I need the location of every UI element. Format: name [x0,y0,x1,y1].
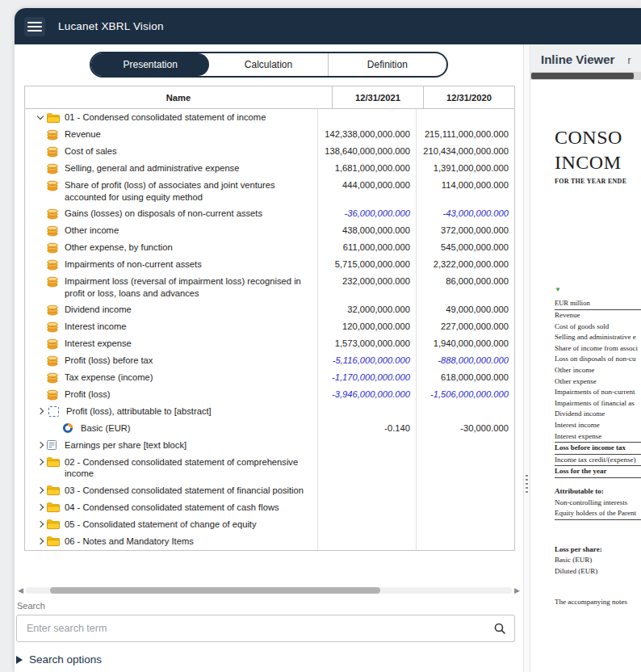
monetary-coins-icon [46,338,61,350]
scrollbar-thumb[interactable] [50,587,380,594]
monetary-coins-icon [46,208,61,220]
column-header-2020: 12/31/2020 [423,86,514,108]
table-row[interactable]: Revenue 142,338,000,000.000 215,111,000,… [25,126,514,143]
statement-line: Loss before income tax [555,443,641,455]
statement-line: Loss for the year [555,466,641,478]
value-2021: 32,000,000.000 [317,301,416,318]
document-title-line2: INCOM [555,150,641,175]
value-2021: 142,338,000,000.000 [317,126,416,143]
chevron-icon[interactable] [35,485,46,496]
statement-line: Non-controlling interests [555,498,641,509]
tab-definition[interactable]: Definition [328,53,446,76]
value-2021 [317,482,416,499]
row-label: Interest income [65,321,314,333]
table-row[interactable]: 02 - Condensed consolidated statement of… [25,454,514,482]
monetary-coins-icon [46,179,61,191]
chevron-icon[interactable] [35,536,46,547]
statement-line: Share of income from associ [555,343,641,355]
statement-line: Loss on disposals of non-cu [555,354,641,365]
value-2020: 114,000,000.000 [416,177,514,205]
value-2020: 2,322,000,000.000 [416,256,514,273]
table-row[interactable]: Earnings per share [text block] [25,437,514,454]
table-row[interactable]: Share of profit (loss) of associates and… [25,177,514,205]
row-label: Impairments of non-current assets [65,258,314,271]
scroll-right-icon[interactable]: ▶ [514,587,520,594]
value-2020: -30,000.000 [416,420,514,437]
table-row[interactable]: 06 - Notes and Mandatory Items [25,533,514,550]
table-row[interactable]: Profit (loss) -3,946,000,000.000 -1,506,… [25,386,514,403]
value-2020 [416,533,514,550]
value-2020 [416,499,514,516]
monetary-coins-icon [46,258,61,271]
table-row[interactable]: Selling, general and administrative expe… [25,160,514,177]
chevron-icon[interactable] [35,405,46,417]
inline-viewer-title: Inline Viewer [541,52,614,66]
row-label: Gains (losses) on disposals of non-curre… [65,208,314,220]
scrollbar-track[interactable] [26,587,512,594]
value-2020: 545,000,000.000 [416,239,514,256]
value-2021: 138,640,000,000.000 [317,143,416,160]
table-row[interactable]: Basic (EUR) -0.140 -30,000.000 [25,420,514,437]
table-row[interactable]: Cost of sales 138,640,000,000.000 210,43… [25,143,514,160]
table-row[interactable]: 01 - Condensed consolidated statement of… [25,109,514,126]
inline-viewer-partial-text: r [627,55,631,66]
chevron-icon[interactable] [35,456,46,468]
table-row[interactable]: Other expense, by function 611,000,000.0… [25,239,514,256]
table-row[interactable]: Other income 438,000,000.000 372,000,000… [25,222,514,239]
row-label: 03 - Condensed consolidated statement of… [65,485,314,497]
table-row[interactable]: Profit (loss), attributable to [abstract… [25,403,514,420]
table-row[interactable]: Profit (loss) before tax -5,116,000,000.… [25,352,514,369]
circular-chart-icon [62,422,77,435]
presentation-pane: Presentation Calculation Definition Name… [15,44,523,672]
row-label: Tax expense (income) [65,372,314,384]
table-header-row: Name 12/31/2021 12/31/2020 [25,86,514,109]
tab-presentation[interactable]: Presentation [91,53,209,76]
monetary-coins-icon [46,145,61,158]
table-row[interactable]: Impairments of non-current assets 5,715,… [25,256,514,273]
table-row[interactable]: Tax expense (income) -1,170,000,000.000 … [25,369,514,386]
table-row[interactable]: Interest expense 1,573,000,000.000 1,940… [25,335,514,352]
splitter-handle-icon[interactable] [526,475,528,493]
table-row[interactable]: 05 - Consolidated statement of change of… [25,516,514,533]
value-2020: 372,000,000.000 [416,222,514,239]
tab-calculation[interactable]: Calculation [209,53,327,76]
statement-line: Equity holders of the Parent [555,508,641,520]
value-2020 [416,482,514,499]
hamburger-menu-icon[interactable] [24,17,45,36]
monetary-coins-icon [46,355,61,367]
chevron-icon[interactable] [35,519,46,530]
row-label: Profit (loss) before tax [65,355,314,367]
search-options-toggle[interactable]: Search options [16,653,515,666]
value-2021 [317,403,416,420]
search-box [16,615,515,642]
search-input[interactable] [25,622,493,635]
chevron-icon[interactable] [35,502,46,513]
value-2021: 1,573,000,000.000 [317,335,416,352]
horizontal-scrollbar[interactable]: ◀ ▶ [15,585,523,596]
pane-splitter[interactable] [523,44,530,672]
table-row[interactable]: Dividend income 32,000,000.000 49,000,00… [25,301,514,318]
monetary-coins-icon [46,162,61,174]
table-row[interactable]: 03 - Condensed consolidated statement of… [25,482,514,499]
app-title: Lucanet XBRL Vision [58,20,164,32]
viewer-scrollbar-thumb[interactable] [531,73,634,79]
search-icon[interactable] [493,622,506,635]
fact-marker-icon[interactable]: ▼ [555,287,641,293]
folder-icon [46,456,61,468]
column-header-2021: 12/31/2021 [332,86,423,108]
chevron-icon[interactable] [35,439,46,451]
taxonomy-tree-table: Name 12/31/2021 12/31/2020 01 - Condense… [24,86,515,551]
chevron-icon[interactable] [35,111,46,123]
viewer-horizontal-scrollbar[interactable] [530,72,641,80]
folder-icon [46,519,61,531]
scroll-left-icon[interactable]: ◀ [18,587,23,594]
table-row[interactable]: Gains (losses) on disposals of non-curre… [25,205,514,222]
table-row[interactable]: 04 - Condensed consolidated statement of… [25,499,514,516]
statement-line: Other expense [555,376,641,388]
document-subtitle: FOR THE YEAR ENDE [555,178,641,185]
value-2020: 227,000,000.000 [416,318,514,335]
row-label: 04 - Condensed consolidated statement of… [65,502,314,514]
row-label: Basic (EUR) [81,422,314,435]
table-row[interactable]: Interest income 120,000,000.000 227,000,… [25,318,514,335]
table-row[interactable]: Impairment loss (reversal of impairment … [25,273,514,301]
